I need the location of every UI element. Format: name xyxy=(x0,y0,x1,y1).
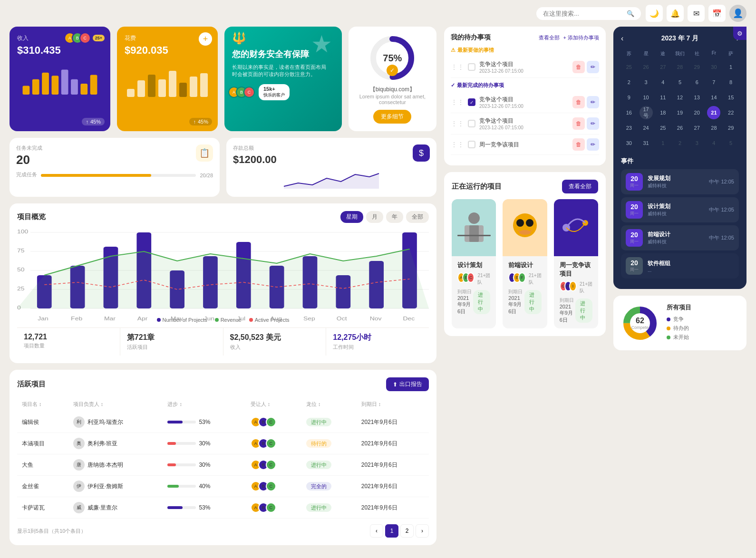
tab-week[interactable]: 星期 xyxy=(340,211,363,223)
running-view-all-btn[interactable]: 查看全部 xyxy=(562,180,598,193)
cal-day-29[interactable]: 29 xyxy=(724,121,737,135)
drag-handle-2[interactable]: ⋮⋮ xyxy=(451,98,464,106)
col-status[interactable]: 龙位 ↕ xyxy=(301,397,357,412)
calendar-grid[interactable]: 苏 星 途 我们 社 Fr 萨 25 26 27 28 29 30 1 2 3 … xyxy=(621,48,739,150)
todo-edit-3[interactable]: ✏ xyxy=(587,117,599,130)
cal-day-25prev[interactable]: 25 xyxy=(622,60,636,74)
tab-all[interactable]: 全部 xyxy=(406,211,429,223)
cal-day-30prev[interactable]: 30 xyxy=(707,60,720,74)
theme-toggle[interactable]: 🌙 xyxy=(646,5,663,22)
cal-day-3[interactable]: 3 xyxy=(640,76,653,89)
todo-btns-4[interactable]: 🗑 ✏ xyxy=(572,138,599,151)
todo-delete-1[interactable]: 🗑 xyxy=(572,61,585,73)
todo-btns-2[interactable]: 🗑 ✏ xyxy=(572,96,599,108)
cal-day-28[interactable]: 28 xyxy=(707,121,720,135)
cal-day-27[interactable]: 27 xyxy=(690,121,704,135)
cal-day-5next[interactable]: 5 xyxy=(724,136,737,150)
cal-day-16[interactable]: 16 xyxy=(622,106,636,119)
checkbox-4[interactable] xyxy=(468,141,475,148)
cal-day-23[interactable]: 23 xyxy=(622,121,636,135)
cal-day-2[interactable]: 2 xyxy=(622,76,636,89)
event-4[interactable]: 20 周一 软件框组 ... xyxy=(621,253,739,279)
cal-day-22[interactable]: 22 xyxy=(724,106,737,119)
cal-day-29prev[interactable]: 29 xyxy=(690,60,704,74)
donut-more-btn[interactable]: 更多细节 xyxy=(373,110,411,124)
col-owner[interactable]: 项目负责人 ↕ xyxy=(68,397,163,412)
expense-add-btn[interactable]: + xyxy=(199,32,212,46)
event-2[interactable]: 20 周一 设计策划 威特科技 中午 12:05 xyxy=(621,197,739,222)
event-3[interactable]: 20 周一 前端设计 威特科技 中午 12:05 xyxy=(621,225,739,250)
next-page-btn[interactable]: › xyxy=(416,524,429,538)
prev-page-btn[interactable]: ‹ xyxy=(370,524,383,538)
cal-day-11[interactable]: 11 xyxy=(656,91,669,104)
todo-view-all[interactable]: 查看全部 xyxy=(539,34,560,41)
cal-day-8[interactable]: 8 xyxy=(724,76,737,89)
page-2-btn[interactable]: 2 xyxy=(400,524,414,538)
todo-delete-3[interactable]: 🗑 xyxy=(572,117,585,130)
cal-day-27prev[interactable]: 27 xyxy=(656,60,669,74)
search-input[interactable] xyxy=(543,10,623,17)
cal-day-19[interactable]: 19 xyxy=(673,106,687,119)
search-box[interactable]: 🔍 xyxy=(536,7,641,20)
event-1[interactable]: 20 周一 发展规划 威特科技 中午 12:05 xyxy=(621,169,739,194)
cal-day-4next[interactable]: 4 xyxy=(707,136,720,150)
cal-day-4[interactable]: 4 xyxy=(656,76,669,89)
checkbox-1[interactable] xyxy=(468,63,475,71)
cal-day-7[interactable]: 7 xyxy=(707,76,720,89)
page-1-btn[interactable]: 1 xyxy=(385,524,398,538)
chart-tabs[interactable]: 星期 月 年 全部 xyxy=(340,211,429,223)
todo-edit-2[interactable]: ✏ xyxy=(587,96,599,108)
cal-day-20[interactable]: 20 xyxy=(690,106,704,119)
checkbox-2[interactable]: ✓ xyxy=(468,98,475,106)
cal-day-9[interactable]: 9 xyxy=(622,91,636,104)
cal-day-26prev[interactable]: 26 xyxy=(640,60,653,74)
cal-day-30[interactable]: 30 xyxy=(622,136,636,150)
cal-day-5[interactable]: 5 xyxy=(673,76,687,89)
cal-day-13[interactable]: 13 xyxy=(690,91,704,104)
todo-btns-3[interactable]: 🗑 ✏ xyxy=(572,117,599,130)
calendar-settings[interactable]: ⚙ xyxy=(733,27,746,40)
notification-bell[interactable]: 🔔 xyxy=(667,5,684,22)
col-name[interactable]: 项目名 ↕ xyxy=(17,397,68,412)
cal-day-3next[interactable]: 3 xyxy=(690,136,704,150)
cal-day-28prev[interactable]: 28 xyxy=(673,60,687,74)
mail-icon[interactable]: ✉ xyxy=(688,5,705,22)
drag-handle-1[interactable]: ⋮⋮ xyxy=(451,63,464,71)
cal-day-2next[interactable]: 2 xyxy=(673,136,687,150)
todo-actions[interactable]: 查看全部 + 添加待办事项 xyxy=(539,34,599,41)
todo-edit-4[interactable]: ✏ xyxy=(587,138,599,151)
drag-handle-4[interactable]: ⋮⋮ xyxy=(451,141,464,148)
col-progress[interactable]: 进步 ↕ xyxy=(163,397,245,412)
export-btn[interactable]: ⬆ 出口报告 xyxy=(386,377,429,391)
col-due[interactable]: 到期日 ↕ xyxy=(357,397,429,412)
cal-day-21[interactable]: 21 xyxy=(707,106,720,119)
calendar-icon[interactable]: 📅 xyxy=(708,5,726,22)
cal-day-6[interactable]: 6 xyxy=(690,76,704,89)
cal-day-12[interactable]: 12 xyxy=(673,91,687,104)
todo-btns-1[interactable]: 🗑 ✏ xyxy=(572,61,599,73)
cal-day-10[interactable]: 10 xyxy=(640,91,653,104)
todo-delete-2[interactable]: 🗑 xyxy=(572,96,585,108)
drag-handle-3[interactable]: ⋮⋮ xyxy=(451,120,464,127)
col-assignees[interactable]: 受让人 ↕ xyxy=(246,397,301,412)
checkbox-3[interactable] xyxy=(468,120,475,127)
cal-day-18[interactable]: 18 xyxy=(656,106,669,119)
cal-day-26[interactable]: 26 xyxy=(673,121,687,135)
cal-day-25[interactable]: 25 xyxy=(656,121,669,135)
tab-year[interactable]: 年 xyxy=(386,211,403,223)
cal-day-24[interactable]: 24 xyxy=(640,121,653,135)
user-avatar[interactable]: 👤 xyxy=(729,5,746,22)
cal-day-14[interactable]: 14 xyxy=(707,91,720,104)
svg-point-59 xyxy=(516,219,524,227)
cal-day-31[interactable]: 31 xyxy=(640,136,653,150)
tab-month[interactable]: 月 xyxy=(366,211,383,223)
todo-add[interactable]: + 添加待办事项 xyxy=(563,34,599,41)
cal-day-15[interactable]: 15 xyxy=(724,91,737,104)
todo-edit-1[interactable]: ✏ xyxy=(587,61,599,73)
cal-prev-btn[interactable]: ‹ xyxy=(621,34,623,43)
pagination-btns[interactable]: ‹ 1 2 › xyxy=(370,524,429,538)
cal-day-17[interactable]: 17号 xyxy=(640,106,653,119)
cal-day-1[interactable]: 1 xyxy=(724,60,737,74)
todo-delete-4[interactable]: 🗑 xyxy=(572,138,585,151)
cal-day-1next[interactable]: 1 xyxy=(656,136,669,150)
